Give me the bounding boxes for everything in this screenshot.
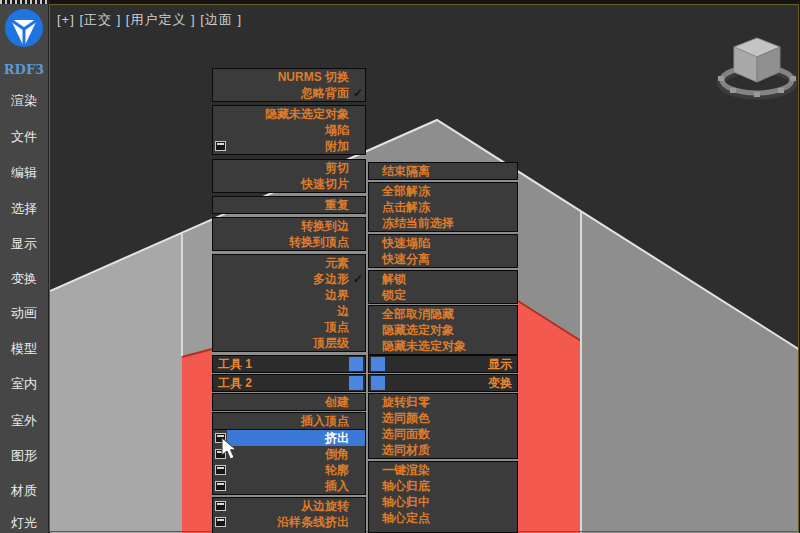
menu-item[interactable]: 从边旋转: [213, 498, 365, 514]
quad-section: 结束隔离: [368, 162, 518, 180]
menu-item[interactable]: 结束隔离: [369, 163, 517, 179]
sidebar-item-light[interactable]: 灯光: [0, 514, 48, 532]
quad-title-tools1[interactable]: 工具 1: [212, 355, 366, 373]
settings-box-icon[interactable]: [215, 465, 226, 475]
menu-item[interactable]: 轴心定点: [369, 510, 517, 526]
menu-item[interactable]: 锁定: [369, 287, 517, 303]
logo-text: RDF3: [0, 62, 48, 77]
mouse-cursor: [221, 437, 241, 463]
menu-item[interactable]: 边: [213, 303, 365, 319]
quad-center-marker: [371, 376, 385, 390]
left-toolbar: RDF3 渲染 文件 编辑 选择 显示 变换 动画 模型 室内 室外 图形 材质…: [0, 0, 49, 533]
quad-section: 全部解冻 点击解冻 冻结当前选择: [368, 182, 518, 232]
menu-item[interactable]: 全部取消隐藏: [369, 306, 517, 322]
sidebar-item-shapes[interactable]: 图形: [0, 447, 48, 465]
menu-item[interactable]: 选同面数: [369, 426, 517, 442]
sidebar-item-transform[interactable]: 变换: [0, 270, 48, 288]
menu-item[interactable]: 沿样条线挤出: [213, 514, 365, 530]
menu-item[interactable]: 快速切片: [213, 176, 365, 192]
menu-item[interactable]: 塌陷: [213, 122, 365, 138]
quad-center-marker: [349, 357, 363, 371]
menu-item[interactable]: 转换到顶点: [213, 234, 365, 250]
menu-item[interactable]: 边界: [213, 287, 365, 303]
quad-section: 转换到边 转换到顶点: [212, 217, 366, 251]
grip-texture: [0, 0, 48, 4]
menu-item[interactable]: 插入: [213, 478, 365, 494]
menu-item[interactable]: NURMS 切换: [213, 69, 365, 85]
quad-section: 旋转归零 选同颜色 选同面数 选同材质: [368, 393, 518, 459]
sidebar-item-exterior[interactable]: 室外: [0, 412, 48, 430]
menu-item[interactable]: 插入顶点: [213, 413, 365, 429]
sidebar-item-interior[interactable]: 室内: [0, 375, 48, 393]
menu-item[interactable]: 冻结当前选择: [369, 215, 517, 231]
quad-section: 解锁 锁定: [368, 270, 518, 304]
menu-item[interactable]: 隐藏未选定对象: [369, 338, 517, 354]
check-icon: ✓: [353, 271, 363, 287]
quad-section: NURMS 切换 忽略背面✓: [212, 68, 366, 102]
viewcube-gizmo[interactable]: [712, 30, 800, 108]
menu-item[interactable]: 旋转归零: [369, 394, 517, 410]
quad-section: 元素 多边形✓ 边界 边 顶点 顶层级: [212, 254, 366, 352]
quad-section: 剪切 快速切片: [212, 159, 366, 193]
menu-item[interactable]: 附加: [213, 138, 365, 154]
quad-section: 创建: [212, 393, 366, 411]
quad-title-transform[interactable]: 变换: [368, 374, 518, 392]
sidebar-item-render[interactable]: 渲染: [0, 92, 48, 110]
quad-center-marker: [349, 376, 363, 390]
menu-item[interactable]: 快速塌陷: [369, 235, 517, 251]
menu-item[interactable]: 重复: [213, 197, 365, 213]
menu-item[interactable]: 隐藏选定对象: [369, 322, 517, 338]
settings-box-icon[interactable]: [215, 517, 226, 527]
menu-item[interactable]: 点击解冻: [369, 199, 517, 215]
quad-section: 隐藏未选定对象 塌陷 附加: [212, 105, 366, 155]
settings-box-icon[interactable]: [215, 481, 226, 491]
menu-item[interactable]: 顶点: [213, 319, 365, 335]
quad-center-marker: [371, 357, 385, 371]
menu-item[interactable]: 忽略背面✓: [213, 85, 365, 101]
menu-item[interactable]: 选同材质: [369, 442, 517, 458]
menu-item[interactable]: 轴心归底: [369, 478, 517, 494]
menu-item[interactable]: 一键渲染: [369, 462, 517, 478]
menu-item[interactable]: 创建: [213, 394, 365, 410]
menu-item[interactable]: 快速分离: [369, 251, 517, 267]
sidebar-item-animation[interactable]: 动画: [0, 304, 48, 322]
quad-section: 重复: [212, 196, 366, 214]
quad-section: 快速塌陷 快速分离: [368, 234, 518, 268]
check-icon: ✓: [353, 85, 363, 101]
menu-item[interactable]: 元素: [213, 255, 365, 271]
menu-item[interactable]: 选同颜色: [369, 410, 517, 426]
menu-item[interactable]: 隐藏未选定对象: [213, 106, 365, 122]
menu-item[interactable]: 多边形✓: [213, 271, 365, 287]
menu-item[interactable]: 解锁: [369, 271, 517, 287]
menu-item[interactable]: 转换到边: [213, 218, 365, 234]
quad-title-tools2[interactable]: 工具 2: [212, 374, 366, 392]
quad-title-display[interactable]: 显示: [368, 355, 518, 373]
settings-box-icon[interactable]: [215, 501, 226, 511]
settings-box-icon[interactable]: [215, 141, 226, 151]
menu-item[interactable]: 轮廓: [213, 462, 365, 478]
sidebar-item-display[interactable]: 显示: [0, 235, 48, 253]
menu-item[interactable]: 轴心归中: [369, 494, 517, 510]
quad-section: 一键渲染 轴心归底 轴心归中 轴心定点: [368, 461, 518, 533]
menu-item[interactable]: 剪切: [213, 160, 365, 176]
quad-section: 从边旋转 沿样条线挤出: [212, 497, 366, 533]
sidebar-item-model[interactable]: 模型: [0, 340, 48, 358]
sidebar-item-material[interactable]: 材质: [0, 482, 48, 500]
menu-item[interactable]: 顶层级: [213, 335, 365, 351]
sidebar-item-file[interactable]: 文件: [0, 128, 48, 146]
quad-section: 插入顶点: [212, 412, 366, 430]
quad-section: 全部取消隐藏 隐藏选定对象 隐藏未选定对象: [368, 305, 518, 355]
sidebar-item-edit[interactable]: 编辑: [0, 164, 48, 182]
sidebar-item-select[interactable]: 选择: [0, 200, 48, 218]
viewport-label[interactable]: [+] [正交 ] [用户定义 ] [边面 ]: [57, 11, 242, 29]
menu-item[interactable]: 全部解冻: [369, 183, 517, 199]
app-logo-icon[interactable]: [2, 6, 46, 50]
